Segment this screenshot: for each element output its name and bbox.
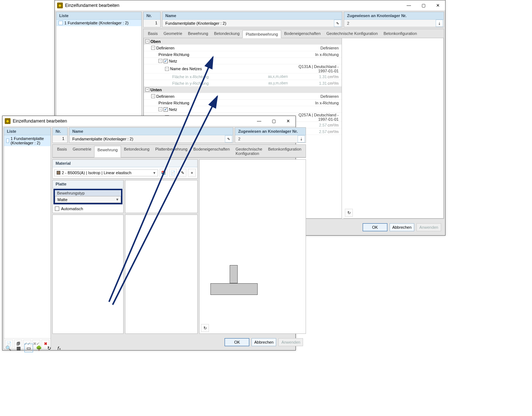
list-box[interactable]: 1 Fundamentplatte (Knotenlager : 2) — [4, 135, 51, 338]
tab-plattenbewehrung[interactable]: Plattenbewehrung — [242, 30, 281, 38]
pick-node-icon[interactable]: ⇣ — [298, 135, 305, 143]
symbol-asy: as,y,m,oben — [256, 81, 291, 85]
nr-value[interactable]: 1 — [144, 20, 160, 26]
tool-grid-icon[interactable]: ▦ — [14, 344, 23, 352]
window-title: Einzelfundament bearbeiten — [13, 119, 252, 124]
maximize-button[interactable]: ▢ — [266, 116, 281, 126]
netz-label: Netz — [169, 59, 177, 63]
flaeche-y-value: 2.57 — [319, 129, 327, 134]
tool-refresh-icon[interactable]: ↻ — [45, 344, 53, 352]
tab-betondeckung[interactable]: Betondeckung — [121, 145, 152, 157]
close-button[interactable]: ✕ — [431, 0, 445, 11]
assign-value[interactable]: 2 — [235, 136, 297, 142]
tool-view-icon[interactable]: ▭ — [24, 344, 33, 352]
prim-richtung-label: Primäre Richtung — [158, 52, 189, 57]
material-header: Material — [53, 160, 197, 167]
maximize-button[interactable]: ▢ — [416, 0, 431, 11]
nr-header: Nr. — [53, 128, 67, 135]
bewehrungstyp-select[interactable]: Matte ▾ — [55, 196, 121, 203]
minimize-button[interactable]: — — [252, 116, 266, 126]
flaeche-x-label: Fläche in x-Richtung — [172, 75, 209, 79]
pick-node-icon[interactable]: ⇣ — [436, 20, 443, 27]
section-unten: Unten — [150, 88, 162, 92]
tab-geometrie[interactable]: Geometrie — [161, 30, 185, 38]
tool-zoom-icon[interactable]: 🔍 — [4, 344, 13, 352]
chevron-down-icon: ▾ — [116, 197, 118, 202]
prim-richtung-value[interactable]: In x-Richtung — [291, 52, 342, 57]
platte-header: Platte — [53, 180, 123, 188]
definieren-value: Definieren — [291, 94, 342, 99]
flaeche-y-label: Fläche in y-Richtung — [172, 81, 209, 85]
tab-bewehrung[interactable]: Bewehrung — [94, 146, 121, 157]
edit-name-icon[interactable]: ✎ — [225, 135, 232, 143]
foundation-preview — [207, 265, 261, 298]
tab-geotech[interactable]: Geotechnische Konfiguration — [323, 30, 380, 38]
expander-icon[interactable]: − — [151, 46, 155, 50]
assign-header: Zugewiesen an Knotenlager Nr. — [235, 128, 306, 135]
tab-basis[interactable]: Basis — [145, 30, 161, 38]
material-pick-icon[interactable]: ⌖ — [188, 169, 196, 177]
symbol-asx: as,x,m,oben — [256, 75, 291, 79]
list-header: Liste — [56, 12, 141, 20]
expander-icon[interactable]: − — [145, 39, 149, 43]
expander-icon[interactable]: − — [165, 67, 169, 71]
tab-betonkonfig[interactable]: Betonkonfiguration — [265, 145, 305, 157]
assign-value[interactable]: 2 — [344, 20, 435, 27]
tab-geometrie[interactable]: Geometrie — [70, 145, 94, 157]
minimize-button[interactable]: — — [402, 0, 416, 11]
material-edit-icon[interactable]: ✎ — [178, 169, 186, 177]
automatisch-checkbox[interactable] — [55, 207, 59, 211]
cancel-button[interactable]: Abbrechen — [390, 223, 414, 231]
netzname-label: Name des Netzes — [170, 67, 202, 71]
name-value[interactable]: Fundamentplatte (Knotenlager : 2) — [162, 20, 333, 27]
tab-betonkonfig[interactable]: Betonkonfiguration — [381, 30, 420, 38]
assign-header: Zugewiesen an Knotenlager Nr. — [344, 12, 444, 20]
expander-icon[interactable]: − — [151, 94, 155, 98]
name-value[interactable]: Fundamentplatte (Knotenlager : 2) — [69, 136, 224, 142]
netzname-value-bottom[interactable]: Q257A | Deutschland - 1997-01-01 — [291, 113, 342, 121]
bottom-toolbar: 🔍 ▦ ▭ 🌳 ↻ fₓ — [3, 343, 65, 353]
edit-name-icon[interactable]: ✎ — [334, 20, 341, 27]
list-header: Liste — [4, 128, 51, 135]
tab-bodeneigenschaften[interactable]: Bodeneigenschaften — [281, 30, 323, 38]
expander-icon[interactable]: − — [145, 88, 149, 92]
section-oben: Oben — [150, 39, 161, 44]
netz-checkbox[interactable] — [164, 59, 168, 63]
nr-header: Nr. — [144, 12, 160, 20]
expander-icon[interactable]: − — [158, 59, 162, 63]
tool-tree-icon[interactable]: 🌳 — [35, 344, 43, 352]
netz-label: Netz — [169, 107, 177, 112]
expander-icon[interactable]: − — [158, 107, 162, 111]
netz-checkbox[interactable] — [164, 107, 168, 112]
prim-richtung-label: Primäre Richtung — [158, 101, 189, 105]
list-item-label: 1 Fundamentplatte (Knotenlager : 2) — [11, 136, 48, 145]
apply-button[interactable]: Anwenden — [278, 338, 303, 346]
material-swatch-icon — [57, 171, 60, 175]
window-title: Einzelfundament bearbeiten — [65, 3, 402, 8]
material-library-icon[interactable]: 📚 — [160, 169, 168, 177]
list-item[interactable]: 1 Fundamentplatte (Knotenlager : 2) — [56, 20, 141, 26]
tab-betondeckung[interactable]: Betondeckung — [211, 30, 242, 38]
netzname-value-top[interactable]: Q131A | Deutschland - 1997-01-01 — [291, 64, 342, 73]
tab-bewehrung[interactable]: Bewehrung — [185, 30, 211, 38]
list-item[interactable]: 1 Fundamentplatte (Knotenlager : 2) — [4, 135, 51, 146]
tab-basis[interactable]: Basis — [54, 145, 70, 157]
tab-geotech[interactable]: Geotechnische Konfiguration — [233, 145, 265, 157]
tab-plattenbewehrung[interactable]: Plattenbewehrung — [152, 145, 190, 157]
material-new-icon[interactable]: 📄 — [169, 169, 177, 177]
flaeche-x-value: 2.57 — [319, 123, 327, 127]
name-header: Name — [162, 12, 342, 20]
bewehrungstyp-label: Bewehrungstyp — [55, 190, 121, 196]
refresh-preview-icon[interactable]: ↻ — [345, 209, 353, 217]
tool-function-icon[interactable]: fₓ — [55, 344, 64, 352]
tab-bodeneigenschaften[interactable]: Bodeneigenschaften — [190, 145, 233, 157]
nr-value[interactable]: 1 — [53, 135, 67, 142]
material-select[interactable]: 2 - B500S(A) | Isotrop | Linear elastisc… — [54, 169, 158, 176]
apply-button[interactable]: Anwenden — [416, 223, 441, 231]
refresh-preview-icon[interactable]: ↻ — [201, 324, 209, 332]
close-button[interactable]: ✕ — [281, 116, 295, 126]
ok-button[interactable]: OK — [225, 338, 249, 346]
prim-richtung-value[interactable]: In x-Richtung — [291, 101, 342, 105]
cancel-button[interactable]: Abbrechen — [251, 338, 276, 346]
ok-button[interactable]: OK — [363, 223, 387, 231]
